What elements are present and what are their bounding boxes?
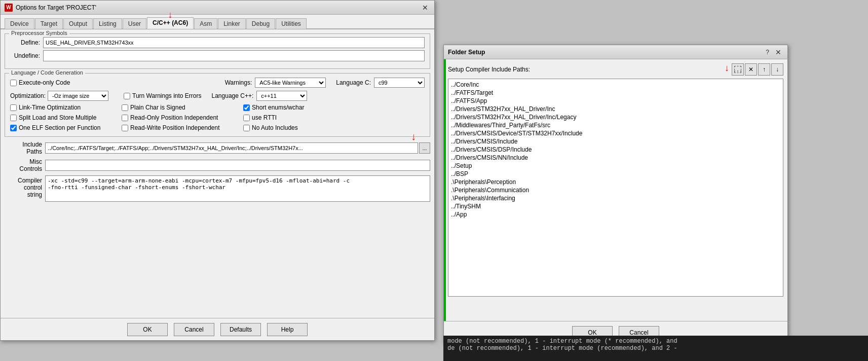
folder-list-item[interactable]: .\Peripherals\Interfacing — [450, 194, 781, 202]
folder-list-item[interactable]: ../TinySHM — [450, 202, 781, 210]
plain-char-checkbox[interactable]: Plain Char is Signed — [122, 104, 243, 111]
define-input[interactable] — [43, 37, 425, 48]
optimization-label: Optimization: — [10, 92, 46, 99]
no-auto-includes-input[interactable] — [243, 125, 250, 131]
folder-list-item[interactable]: ../Drivers/STM32H7xx_HAL_Driver/Inc/Lega… — [450, 113, 781, 121]
main-dialog-title: Options for Target 'PROJECT' — [16, 4, 96, 11]
folder-delete-button[interactable]: ✕ — [745, 63, 757, 76]
read-only-pos-input[interactable] — [122, 115, 128, 121]
folder-list-item[interactable]: ../Setup — [450, 162, 781, 170]
col3: Short enums/wchar use RTTI No Auto Inclu… — [243, 104, 345, 131]
include-paths-section: ↓ Include Paths ... — [5, 141, 430, 155]
main-defaults-button[interactable]: Defaults — [220, 323, 261, 336]
folder-up-button[interactable]: ↑ — [758, 63, 770, 76]
folder-list-item[interactable]: ../Drivers/CMSIS/Device/ST/STM32H7xx/Inc… — [450, 129, 781, 137]
one-elf-input[interactable] — [10, 125, 17, 131]
warnings-select[interactable]: AC5-like Warnings — [255, 78, 326, 88]
status-bar: mode (not recommended), 1 - interrupt mo… — [443, 336, 868, 361]
undefine-input[interactable] — [43, 50, 425, 61]
main-dialog-content: Preprocessor Symbols Define: Undefine: L… — [1, 29, 434, 324]
main-dialog-buttons: OK Cancel Defaults Help — [1, 318, 434, 340]
folder-help-btn[interactable]: ? — [766, 49, 769, 56]
folder-list-item[interactable]: ../BSP — [450, 170, 781, 178]
no-auto-includes-checkbox[interactable]: No Auto Includes — [243, 124, 345, 131]
lang-row-1: Execute-only Code Warnings: AC5-like War… — [10, 78, 425, 88]
folder-list-item[interactable]: ../FATFS/App — [450, 97, 781, 105]
folder-list-item[interactable]: ../Drivers/CMSIS/NN/Include — [450, 154, 781, 162]
status-line-2: de (not recommended), 1 - interrupt mode… — [447, 345, 864, 352]
folder-path-list: ../Core/Inc../FATFS/Target../FATFS/App..… — [448, 79, 783, 297]
link-time-opt-input[interactable] — [10, 104, 17, 111]
title-left: W Options for Target 'PROJECT' — [5, 4, 96, 12]
folder-list-item[interactable]: ../FATFS/Target — [450, 89, 781, 97]
folder-arrow: ↓ — [725, 63, 729, 74]
preprocessor-legend: Preprocessor Symbols — [9, 30, 69, 36]
optimization-group: Optimization: -Oz image size — [10, 91, 108, 101]
read-only-pos-checkbox[interactable]: Read-Only Position Independent — [122, 114, 243, 121]
language-legend: Language / Code Generation — [9, 69, 85, 76]
misc-controls-input[interactable] — [45, 160, 430, 171]
main-cancel-button[interactable]: Cancel — [174, 323, 214, 336]
split-load-store-input[interactable] — [10, 115, 17, 121]
tab-linker[interactable]: Linker — [218, 18, 246, 29]
link-time-opt-checkbox[interactable]: Link-Time Optimization — [10, 104, 122, 111]
tab-debug[interactable]: Debug — [246, 18, 275, 29]
tab-target[interactable]: Target — [35, 18, 63, 29]
folder-list-item[interactable]: ../Drivers/CMSIS/Include — [450, 137, 781, 146]
language-cpp-select[interactable]: c++11 — [256, 91, 307, 101]
folder-list-item[interactable]: ../Middlewares/Third_Party/FatFs/src — [450, 121, 781, 129]
tabs-bar: Device Target Output Listing User ↓ C/C+… — [1, 15, 434, 29]
folder-toolbar: ... ✕ ↑ ↓ — [732, 63, 783, 76]
folder-down-button[interactable]: ↓ — [771, 63, 783, 76]
folder-titlebar: Folder Setup ↓ ? ✕ — [444, 45, 787, 59]
read-write-pos-checkbox[interactable]: Read-Write Position Independent — [122, 124, 243, 131]
tab-listing[interactable]: Listing — [93, 18, 122, 29]
tab-utilities[interactable]: Utilities — [276, 18, 307, 29]
compiler-control-textarea[interactable] — [45, 175, 430, 202]
language-cpp-group: Language C++: c++11 — [212, 91, 308, 101]
folder-list-item[interactable]: .\Peripherals\Communication — [450, 186, 781, 194]
execute-only-input[interactable] — [10, 80, 17, 86]
short-enums-input[interactable] — [243, 104, 250, 111]
turn-warnings-checkbox[interactable]: Turn Warnings into Errors — [124, 92, 201, 99]
folder-list-item[interactable]: ../Drivers/STM32H7xx_HAL_Driver/Inc — [450, 105, 781, 113]
folder-list-item[interactable]: ../Core/Inc — [450, 81, 781, 89]
misc-controls-label: Misc Controls — [5, 158, 45, 172]
include-paths-label: Include Paths — [5, 141, 45, 155]
folder-close-button[interactable]: ✕ — [773, 47, 783, 57]
split-load-store-checkbox[interactable]: Split Load and Store Multiple — [10, 114, 122, 121]
tab-cc[interactable]: ↓ C/C++ (AC6) — [147, 17, 194, 29]
folder-new-button[interactable]: ... — [732, 63, 744, 76]
compiler-control-label: Compiler control string — [5, 175, 45, 198]
plain-char-input[interactable] — [122, 104, 128, 111]
use-rtti-input[interactable] — [243, 115, 250, 121]
use-rtti-checkbox[interactable]: use RTTI — [243, 114, 345, 121]
language-cpp-label: Language C++: — [212, 92, 254, 99]
one-elf-checkbox[interactable]: One ELF Section per Function — [10, 124, 122, 131]
main-close-button[interactable]: ✕ — [420, 3, 430, 13]
folder-dialog: Folder Setup ↓ ? ✕ Setup Compiler Includ… — [443, 45, 788, 344]
folder-dialog-title: Folder Setup — [448, 49, 485, 56]
tab-asm[interactable]: Asm — [194, 18, 217, 29]
tab-device[interactable]: Device — [5, 18, 34, 29]
folder-list-item[interactable]: ../App — [450, 210, 781, 219]
keil-icon: W — [5, 4, 13, 12]
read-write-pos-input[interactable] — [122, 125, 128, 131]
include-paths-browse-button[interactable]: ... — [419, 142, 430, 154]
short-enums-checkbox[interactable]: Short enums/wchar — [243, 104, 345, 111]
language-c-select[interactable]: c99 — [374, 78, 425, 88]
status-line-1: mode (not recommended), 1 - interrupt mo… — [447, 338, 864, 345]
define-row: Define: — [10, 37, 425, 48]
main-help-button[interactable]: Help — [267, 323, 308, 336]
undefine-label: Undefine: — [10, 52, 43, 59]
execute-only-checkbox[interactable]: Execute-only Code — [10, 79, 70, 86]
tab-user[interactable]: User — [123, 18, 146, 29]
folder-list-item[interactable]: .\Peripherals\Perception — [450, 178, 781, 186]
turn-warnings-input[interactable] — [124, 93, 130, 99]
define-label: Define: — [10, 39, 43, 46]
include-paths-input[interactable] — [45, 142, 418, 154]
main-ok-button[interactable]: OK — [127, 323, 168, 336]
tab-output[interactable]: Output — [63, 18, 93, 29]
optimization-select[interactable]: -Oz image size — [48, 91, 108, 101]
folder-list-item[interactable]: ../Drivers/CMSIS/DSP/Include — [450, 146, 781, 154]
